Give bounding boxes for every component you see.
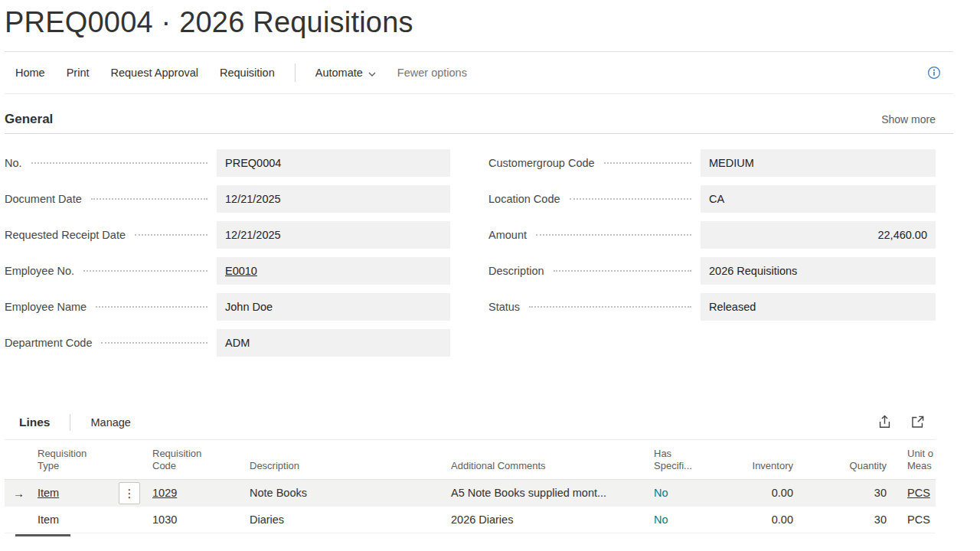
cell-inventory[interactable]: 0.00	[720, 487, 795, 499]
menu-request-approval[interactable]: Request Approval	[100, 67, 209, 79]
field-location-code: Location Code CA	[488, 185, 936, 213]
info-icon[interactable]	[924, 63, 944, 83]
menu-home[interactable]: Home	[5, 67, 56, 79]
cell-requisition-code[interactable]: 1029	[148, 487, 245, 499]
general-fields: No. PREQ0004 Document Date 12/21/2025 Re…	[5, 149, 936, 365]
field-label: No.	[5, 157, 30, 169]
partial-next-row-indicator	[15, 534, 70, 536]
table-row[interactable]: → Item 1029 Note Books A5 Note Books sup…	[5, 480, 936, 507]
dotted-leader	[91, 198, 207, 200]
cell-unit-of-measure[interactable]: PCS	[888, 514, 936, 526]
cell-requisition-code[interactable]: 1030	[148, 514, 245, 526]
field-label: Employee No.	[5, 265, 82, 277]
field-customergroup-code: Customergroup Code MEDIUM	[488, 149, 936, 177]
menu-fewer-options[interactable]: Fewer options	[387, 67, 478, 79]
dotted-leader	[31, 162, 207, 164]
field-label: Status	[488, 301, 528, 313]
cell-inventory[interactable]: 0.00	[720, 514, 795, 526]
requested-receipt-date-input[interactable]: 12/21/2025	[217, 221, 450, 249]
lines-toolbar-separator	[70, 414, 70, 431]
requisition-page: PREQ0004 · 2026 Requisitions Home Print …	[0, 0, 980, 551]
cell-description[interactable]: Note Books	[245, 487, 446, 499]
lines-grid-header: Requisition Type Requisition Code Descri…	[5, 440, 936, 480]
column-header-requisition-type[interactable]: Requisition Type	[33, 448, 148, 472]
location-code-input[interactable]: CA	[701, 185, 936, 213]
column-header-additional-comments[interactable]: Additional Comments	[446, 460, 649, 472]
general-heading: General	[5, 112, 53, 127]
row-menu-icon[interactable]: ⋮	[119, 482, 140, 504]
field-amount: Amount 22,460.00	[488, 221, 936, 249]
fields-left-column: No. PREQ0004 Document Date 12/21/2025 Re…	[5, 149, 450, 365]
column-header-unit-of-measure[interactable]: Unit o Meas	[888, 448, 936, 472]
show-more-link[interactable]: Show more	[881, 113, 936, 126]
employee-no-input[interactable]: E0010	[217, 257, 450, 285]
dotted-leader	[554, 270, 691, 272]
selected-row-arrow-icon: →	[5, 487, 33, 500]
menu-automate[interactable]: Automate	[305, 67, 387, 79]
toolbar-separator	[295, 64, 296, 82]
description-input[interactable]: 2026 Requisitions	[701, 257, 936, 285]
column-header-quantity[interactable]: Quantity	[795, 460, 888, 472]
dotted-leader	[529, 306, 691, 308]
cell-quantity[interactable]: 30	[795, 514, 888, 526]
field-label: Description	[488, 265, 552, 277]
lines-toolbar: Lines Manage	[5, 405, 936, 440]
field-label: Requested Receipt Date	[5, 229, 133, 241]
cell-description[interactable]: Diaries	[245, 514, 446, 526]
column-header-description[interactable]: Description	[245, 460, 446, 472]
dotted-leader	[570, 198, 691, 200]
lines-card: Lines Manage	[5, 405, 936, 536]
field-no: No. PREQ0004	[5, 149, 450, 177]
menu-print[interactable]: Print	[56, 67, 100, 79]
lines-grid: Requisition Type Requisition Code Descri…	[5, 440, 936, 536]
cell-has-specification[interactable]: No	[649, 514, 720, 526]
cell-quantity[interactable]: 30	[795, 487, 888, 499]
field-description: Description 2026 Requisitions	[488, 257, 936, 285]
dotted-leader	[83, 270, 207, 272]
chevron-down-icon	[368, 67, 376, 79]
tab-lines[interactable]: Lines	[19, 416, 50, 429]
field-employee-no: Employee No. E0010	[5, 257, 450, 285]
field-label: Employee Name	[5, 301, 94, 313]
dotted-leader	[101, 342, 207, 344]
page-title: PREQ0004 · 2026 Requisitions	[5, 0, 980, 51]
cell-unit-of-measure[interactable]: PCS	[888, 487, 936, 499]
department-code-input[interactable]: ADM	[217, 329, 450, 357]
field-label: Location Code	[488, 193, 568, 205]
cell-has-specification[interactable]: No	[649, 487, 720, 499]
table-row[interactable]: Item 1030 Diaries 2026 Diaries No 0.00 3…	[5, 507, 936, 533]
field-status: Status Released	[488, 293, 936, 321]
employee-name-input[interactable]: John Doe	[217, 293, 450, 321]
field-label: Document Date	[5, 193, 90, 205]
tab-manage[interactable]: Manage	[90, 416, 130, 429]
document-date-input[interactable]: 12/21/2025	[217, 185, 450, 213]
field-label: Department Code	[5, 337, 100, 349]
amount-field[interactable]: 22,460.00	[701, 221, 936, 249]
field-employee-name: Employee Name John Doe	[5, 293, 450, 321]
no-input[interactable]: PREQ0004	[217, 149, 450, 177]
dotted-leader	[96, 306, 207, 308]
field-label: Amount	[488, 229, 534, 241]
dotted-leader	[536, 234, 691, 236]
cell-requisition-type[interactable]: Item	[33, 514, 148, 526]
menu-requisition[interactable]: Requisition	[209, 67, 286, 79]
share-icon[interactable]	[877, 415, 892, 429]
column-header-has-specification[interactable]: Has Specifi...	[649, 448, 720, 472]
field-document-date: Document Date 12/21/2025	[5, 185, 450, 213]
field-requested-receipt-date: Requested Receipt Date 12/21/2025	[5, 221, 450, 249]
customergroup-code-input[interactable]: MEDIUM	[701, 149, 936, 177]
column-header-inventory[interactable]: Inventory	[720, 460, 795, 472]
lines-icon-group	[877, 415, 925, 429]
action-bar: Home Print Request Approval Requisition …	[5, 52, 953, 94]
cell-additional-comments[interactable]: A5 Note Books supplied mont...	[446, 487, 649, 499]
status-field[interactable]: Released	[701, 293, 936, 321]
open-in-window-icon[interactable]	[910, 415, 925, 429]
fields-right-column: Customergroup Code MEDIUM Location Code …	[488, 149, 936, 365]
field-label: Customergroup Code	[488, 157, 603, 169]
field-department-code: Department Code ADM	[5, 329, 450, 357]
column-header-requisition-code[interactable]: Requisition Code	[148, 448, 245, 472]
general-section-header: General Show more	[5, 94, 953, 134]
dotted-leader	[604, 162, 691, 164]
cell-additional-comments[interactable]: 2026 Diaries	[446, 514, 649, 526]
dotted-leader	[135, 234, 207, 236]
